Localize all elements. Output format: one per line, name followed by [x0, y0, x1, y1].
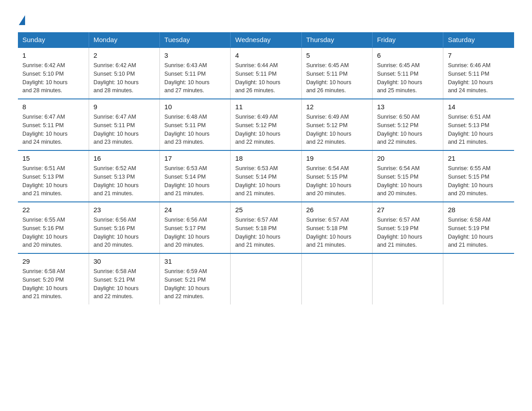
day-number: 17	[164, 154, 226, 162]
calendar-cell: 1 Sunrise: 6:42 AM Sunset: 5:10 PM Dayli…	[18, 47, 89, 99]
day-info: Sunrise: 6:49 AM Sunset: 5:12 PM Dayligh…	[306, 113, 368, 146]
header-wednesday: Wednesday	[231, 32, 301, 47]
day-number: 5	[306, 51, 368, 59]
day-number: 27	[377, 206, 438, 214]
day-info: Sunrise: 6:53 AM Sunset: 5:14 PM Dayligh…	[235, 164, 296, 198]
day-info: Sunrise: 6:55 AM Sunset: 5:15 PM Dayligh…	[448, 164, 510, 198]
day-info: Sunrise: 6:48 AM Sunset: 5:11 PM Dayligh…	[164, 113, 226, 146]
calendar-cell: 12 Sunrise: 6:49 AM Sunset: 5:12 PM Dayl…	[301, 99, 372, 150]
day-number: 22	[22, 206, 84, 214]
week-row-5: 29 Sunrise: 6:58 AM Sunset: 5:20 PM Dayl…	[18, 253, 514, 304]
day-info: Sunrise: 6:47 AM Sunset: 5:11 PM Dayligh…	[94, 113, 155, 146]
day-info: Sunrise: 6:49 AM Sunset: 5:12 PM Dayligh…	[235, 113, 296, 146]
calendar-cell: 2 Sunrise: 6:42 AM Sunset: 5:10 PM Dayli…	[89, 47, 159, 99]
day-number: 18	[235, 154, 296, 162]
day-info: Sunrise: 6:46 AM Sunset: 5:11 PM Dayligh…	[448, 61, 510, 95]
day-number: 25	[235, 206, 296, 214]
calendar-header: SundayMondayTuesdayWednesdayThursdayFrid…	[18, 32, 514, 47]
day-info: Sunrise: 6:44 AM Sunset: 5:11 PM Dayligh…	[235, 61, 296, 95]
day-info: Sunrise: 6:53 AM Sunset: 5:14 PM Dayligh…	[164, 164, 226, 198]
calendar-cell: 8 Sunrise: 6:47 AM Sunset: 5:11 PM Dayli…	[18, 99, 89, 150]
day-info: Sunrise: 6:55 AM Sunset: 5:16 PM Dayligh…	[22, 216, 84, 249]
calendar-body: 1 Sunrise: 6:42 AM Sunset: 5:10 PM Dayli…	[18, 47, 514, 304]
day-info: Sunrise: 6:43 AM Sunset: 5:11 PM Dayligh…	[164, 61, 226, 95]
day-number: 24	[164, 206, 226, 214]
week-row-4: 22 Sunrise: 6:55 AM Sunset: 5:16 PM Dayl…	[18, 202, 514, 253]
day-number: 9	[94, 103, 155, 111]
calendar-cell: 6 Sunrise: 6:45 AM Sunset: 5:11 PM Dayli…	[372, 47, 443, 99]
day-number: 2	[94, 51, 155, 59]
day-number: 21	[448, 154, 510, 162]
calendar-cell: 14 Sunrise: 6:51 AM Sunset: 5:13 PM Dayl…	[443, 99, 514, 150]
day-number: 26	[306, 206, 368, 214]
day-info: Sunrise: 6:51 AM Sunset: 5:13 PM Dayligh…	[448, 113, 510, 146]
calendar-cell: 21 Sunrise: 6:55 AM Sunset: 5:15 PM Dayl…	[443, 150, 514, 202]
calendar-cell: 26 Sunrise: 6:57 AM Sunset: 5:18 PM Dayl…	[301, 202, 372, 253]
calendar-cell	[372, 253, 443, 304]
calendar-cell	[443, 253, 514, 304]
calendar-cell: 16 Sunrise: 6:52 AM Sunset: 5:13 PM Dayl…	[89, 150, 159, 202]
day-number: 31	[164, 257, 226, 265]
header-thursday: Thursday	[301, 32, 372, 47]
calendar-cell: 15 Sunrise: 6:51 AM Sunset: 5:13 PM Dayl…	[18, 150, 89, 202]
calendar-cell: 10 Sunrise: 6:48 AM Sunset: 5:11 PM Dayl…	[160, 99, 231, 150]
calendar-cell: 11 Sunrise: 6:49 AM Sunset: 5:12 PM Dayl…	[231, 99, 301, 150]
calendar-cell: 24 Sunrise: 6:56 AM Sunset: 5:17 PM Dayl…	[160, 202, 231, 253]
calendar-cell: 20 Sunrise: 6:54 AM Sunset: 5:15 PM Dayl…	[372, 150, 443, 202]
day-number: 7	[448, 51, 510, 59]
calendar-cell: 4 Sunrise: 6:44 AM Sunset: 5:11 PM Dayli…	[231, 47, 301, 99]
day-number: 11	[235, 103, 296, 111]
day-info: Sunrise: 6:54 AM Sunset: 5:15 PM Dayligh…	[306, 164, 368, 198]
day-number: 8	[22, 103, 84, 111]
day-number: 28	[448, 206, 510, 214]
calendar-cell: 17 Sunrise: 6:53 AM Sunset: 5:14 PM Dayl…	[160, 150, 231, 202]
day-number: 14	[448, 103, 510, 111]
calendar-cell: 5 Sunrise: 6:45 AM Sunset: 5:11 PM Dayli…	[301, 47, 372, 99]
week-row-1: 1 Sunrise: 6:42 AM Sunset: 5:10 PM Dayli…	[18, 47, 514, 99]
day-number: 3	[164, 51, 226, 59]
day-info: Sunrise: 6:42 AM Sunset: 5:10 PM Dayligh…	[22, 61, 84, 95]
day-info: Sunrise: 6:42 AM Sunset: 5:10 PM Dayligh…	[94, 61, 155, 95]
calendar-cell: 27 Sunrise: 6:57 AM Sunset: 5:19 PM Dayl…	[372, 202, 443, 253]
calendar-cell: 3 Sunrise: 6:43 AM Sunset: 5:11 PM Dayli…	[160, 47, 231, 99]
day-number: 1	[22, 51, 84, 59]
day-number: 4	[235, 51, 296, 59]
header-saturday: Saturday	[443, 32, 514, 47]
calendar-cell: 22 Sunrise: 6:55 AM Sunset: 5:16 PM Dayl…	[18, 202, 89, 253]
day-number: 15	[22, 154, 84, 162]
day-info: Sunrise: 6:57 AM Sunset: 5:19 PM Dayligh…	[377, 216, 438, 249]
header-monday: Monday	[89, 32, 159, 47]
day-number: 23	[94, 206, 155, 214]
logo	[18, 13, 25, 23]
day-info: Sunrise: 6:47 AM Sunset: 5:11 PM Dayligh…	[22, 113, 84, 146]
day-number: 16	[94, 154, 155, 162]
calendar-cell: 19 Sunrise: 6:54 AM Sunset: 5:15 PM Dayl…	[301, 150, 372, 202]
day-number: 10	[164, 103, 226, 111]
day-info: Sunrise: 6:45 AM Sunset: 5:11 PM Dayligh…	[377, 61, 438, 95]
day-number: 13	[377, 103, 438, 111]
week-row-3: 15 Sunrise: 6:51 AM Sunset: 5:13 PM Dayl…	[18, 150, 514, 202]
day-info: Sunrise: 6:51 AM Sunset: 5:13 PM Dayligh…	[22, 164, 84, 198]
calendar-cell: 7 Sunrise: 6:46 AM Sunset: 5:11 PM Dayli…	[443, 47, 514, 99]
day-info: Sunrise: 6:59 AM Sunset: 5:21 PM Dayligh…	[164, 267, 226, 301]
day-info: Sunrise: 6:56 AM Sunset: 5:17 PM Dayligh…	[164, 216, 226, 249]
calendar-cell	[231, 253, 301, 304]
day-info: Sunrise: 6:45 AM Sunset: 5:11 PM Dayligh…	[306, 61, 368, 95]
day-number: 19	[306, 154, 368, 162]
day-info: Sunrise: 6:57 AM Sunset: 5:18 PM Dayligh…	[306, 216, 368, 249]
calendar-cell: 9 Sunrise: 6:47 AM Sunset: 5:11 PM Dayli…	[89, 99, 159, 150]
calendar-cell: 29 Sunrise: 6:58 AM Sunset: 5:20 PM Dayl…	[18, 253, 89, 304]
day-info: Sunrise: 6:58 AM Sunset: 5:20 PM Dayligh…	[22, 267, 84, 301]
calendar-cell: 28 Sunrise: 6:58 AM Sunset: 5:19 PM Dayl…	[443, 202, 514, 253]
calendar-cell: 25 Sunrise: 6:57 AM Sunset: 5:18 PM Dayl…	[231, 202, 301, 253]
calendar-cell: 30 Sunrise: 6:58 AM Sunset: 5:21 PM Dayl…	[89, 253, 159, 304]
page-header	[18, 13, 514, 23]
day-info: Sunrise: 6:58 AM Sunset: 5:19 PM Dayligh…	[448, 216, 510, 249]
header-row: SundayMondayTuesdayWednesdayThursdayFrid…	[18, 32, 514, 47]
logo-arrow-icon	[19, 15, 25, 25]
day-info: Sunrise: 6:57 AM Sunset: 5:18 PM Dayligh…	[235, 216, 296, 249]
header-sunday: Sunday	[18, 32, 89, 47]
day-info: Sunrise: 6:56 AM Sunset: 5:16 PM Dayligh…	[94, 216, 155, 249]
day-info: Sunrise: 6:54 AM Sunset: 5:15 PM Dayligh…	[377, 164, 438, 198]
day-number: 30	[94, 257, 155, 265]
